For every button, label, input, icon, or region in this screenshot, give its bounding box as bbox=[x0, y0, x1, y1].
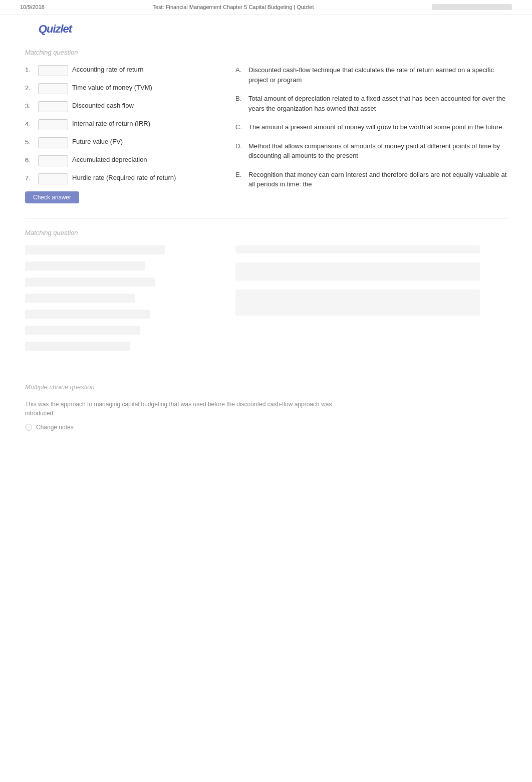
answer-item-B: B. Total amount of depreciation related … bbox=[235, 94, 507, 113]
section1-title: Matching question bbox=[25, 49, 507, 56]
mc-option-1[interactable]: Change notes bbox=[25, 424, 507, 431]
blurred-term-2 bbox=[25, 262, 145, 271]
blurred-term-1 bbox=[25, 245, 165, 254]
match-item-2: 2. Time value of money (TVM) bbox=[25, 83, 215, 94]
match-input-3[interactable] bbox=[38, 101, 68, 112]
answer-text-E: Recognition that money can earn interest… bbox=[248, 170, 507, 189]
blurred-term-3 bbox=[25, 278, 155, 287]
match-input-1[interactable] bbox=[38, 65, 68, 76]
header-date: 10/9/2018 bbox=[20, 4, 45, 10]
check-answer-button[interactable]: Check answer bbox=[25, 191, 79, 203]
match-num-1: 1. bbox=[25, 65, 34, 74]
blurred-answer-3 bbox=[235, 290, 480, 316]
quizlet-logo[interactable]: Quizlet bbox=[25, 20, 85, 39]
answer-letter-C: C. bbox=[235, 122, 244, 131]
match-item-6: 6. Accumulated depreciation bbox=[25, 155, 215, 166]
match-input-7[interactable] bbox=[38, 173, 68, 184]
answer-letter-D: D. bbox=[235, 141, 244, 150]
match-label-2: Time value of money (TVM) bbox=[72, 83, 152, 92]
answer-text-B: Total amount of depreciation related to … bbox=[248, 94, 507, 113]
header-nav-bar bbox=[432, 4, 512, 10]
main-content: Matching question 1. Accounting rate of … bbox=[0, 39, 532, 445]
match-item-7: 7. Hurdle rate (Required rate of return) bbox=[25, 173, 215, 184]
section2-title: Matching question bbox=[25, 229, 507, 236]
section2-matching-layout bbox=[25, 245, 507, 358]
blurred-answer-1 bbox=[235, 245, 480, 253]
match-input-4[interactable] bbox=[38, 119, 68, 130]
header: 10/9/2018 Test: Financial Management Cha… bbox=[0, 0, 532, 15]
answer-letter-B: B. bbox=[235, 94, 244, 102]
answer-item-C: C. The amount a present amount of money … bbox=[235, 122, 507, 132]
answer-letter-A: A. bbox=[235, 65, 244, 74]
section1-matching: Matching question 1. Accounting rate of … bbox=[25, 49, 507, 203]
match-label-7: Hurdle rate (Required rate of return) bbox=[72, 173, 176, 182]
match-item-3: 3. Discounted cash flow bbox=[25, 101, 215, 112]
mc-question-text: This was the approach to managing capita… bbox=[25, 400, 346, 418]
match-label-1: Accounting rate of return bbox=[72, 65, 143, 74]
answer-letter-E: E. bbox=[235, 170, 244, 178]
blurred-term-4 bbox=[25, 294, 135, 303]
section2-matching: Matching question bbox=[25, 229, 507, 358]
section2-right bbox=[235, 245, 507, 358]
section3-mc: Multiple choice question This was the ap… bbox=[25, 383, 507, 431]
blurred-term-7 bbox=[25, 342, 130, 351]
header-title: Test: Financial Management Chapter 5 Cap… bbox=[45, 4, 422, 10]
match-num-4: 4. bbox=[25, 119, 34, 128]
divider-1 bbox=[25, 218, 507, 219]
matching-layout: 1. Accounting rate of return 2. Time val… bbox=[25, 65, 507, 203]
match-num-7: 7. bbox=[25, 173, 34, 182]
blurred-answer-2 bbox=[235, 263, 480, 281]
mc-option-label-1: Change notes bbox=[36, 424, 74, 431]
answer-item-D: D. Method that allows comparisons of amo… bbox=[235, 141, 507, 161]
answer-text-A: Discounted cash-flow technique that calc… bbox=[248, 65, 507, 85]
match-num-5: 5. bbox=[25, 137, 34, 146]
match-label-4: Internal rate of return (IRR) bbox=[72, 119, 150, 128]
check-btn-wrap: Check answer bbox=[25, 191, 215, 203]
answer-item-E: E. Recognition that money can earn inter… bbox=[235, 170, 507, 189]
section3-title: Multiple choice question bbox=[25, 383, 507, 391]
match-item-5: 5. Future value (FV) bbox=[25, 137, 215, 148]
logo-text: Quizlet bbox=[39, 23, 72, 36]
logo-row: Quizlet bbox=[0, 15, 532, 39]
match-num-3: 3. bbox=[25, 101, 34, 110]
answer-item-A: A. Discounted cash-flow technique that c… bbox=[235, 65, 507, 85]
match-label-3: Discounted cash flow bbox=[72, 101, 134, 110]
header-right bbox=[422, 4, 512, 10]
answer-text-C: The amount a present amount of money wil… bbox=[248, 122, 507, 132]
divider-2 bbox=[25, 373, 507, 373]
match-label-6: Accumulated depreciation bbox=[72, 155, 147, 164]
match-label-5: Future value (FV) bbox=[72, 137, 123, 146]
match-input-6[interactable] bbox=[38, 155, 68, 166]
mc-radio-1[interactable] bbox=[25, 424, 32, 431]
match-num-2: 2. bbox=[25, 83, 34, 92]
terms-column: 1. Accounting rate of return 2. Time val… bbox=[25, 65, 215, 203]
match-item-4: 4. Internal rate of return (IRR) bbox=[25, 119, 215, 130]
definitions-column: A. Discounted cash-flow technique that c… bbox=[235, 65, 507, 203]
section2-left bbox=[25, 245, 215, 358]
match-input-2[interactable] bbox=[38, 83, 68, 94]
match-item-1: 1. Accounting rate of return bbox=[25, 65, 215, 76]
blurred-term-5 bbox=[25, 310, 150, 319]
answer-text-D: Method that allows comparisons of amount… bbox=[248, 141, 507, 161]
blurred-term-6 bbox=[25, 326, 140, 335]
match-num-6: 6. bbox=[25, 155, 34, 164]
match-input-5[interactable] bbox=[38, 137, 68, 148]
